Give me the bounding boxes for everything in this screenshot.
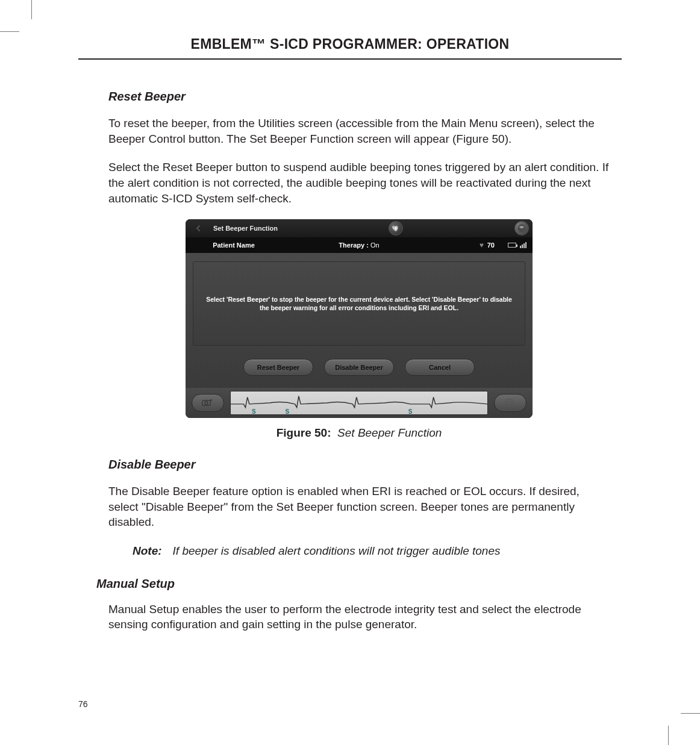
heading-reset-beeper: Reset Beeper <box>108 90 610 104</box>
note-block: Note: If beeper is disabled alert condit… <box>133 543 610 559</box>
menu-icon[interactable] <box>514 221 529 235</box>
device-screenshot: Set Beeper Function Patient Name Therapy… <box>186 219 533 418</box>
svg-rect-3 <box>210 399 212 401</box>
battery-icon <box>508 243 516 248</box>
s-marker: S <box>408 408 413 415</box>
paragraph: Manual Setup enables the user to perform… <box>108 602 610 632</box>
device-titlebar: Set Beeper Function <box>186 219 533 237</box>
back-icon[interactable] <box>189 221 207 235</box>
crop-mark <box>0 31 19 32</box>
paragraph: Select the Reset Beeper button to suspen… <box>108 160 610 206</box>
patient-name-label: Patient Name <box>192 242 276 249</box>
note-text: If beeper is disabled alert conditions w… <box>173 543 610 559</box>
paragraph: The Disable Beeper feature option is ena… <box>108 484 610 530</box>
page-header: EMBLEM™ S-ICD PROGRAMMER: OPERATION <box>78 36 622 58</box>
heading-manual-setup: Manual Setup <box>96 577 610 591</box>
capture-icon[interactable] <box>192 394 224 412</box>
crop-mark <box>668 726 669 745</box>
page-number: 76 <box>78 699 88 709</box>
heart-rate-value: 70 <box>487 242 495 249</box>
reset-beeper-button[interactable]: Reset Beeper <box>243 359 313 376</box>
s-marker: S <box>285 408 289 415</box>
heart-icon: ♥ <box>480 241 484 249</box>
svg-point-2 <box>205 402 208 405</box>
device-status-bar: Patient Name Therapy : On ♥ 70 <box>186 237 533 253</box>
therapy-value: On <box>370 242 380 249</box>
screen-title: Set Beeper Function <box>213 225 278 232</box>
ecg-markers: S S S <box>231 408 487 415</box>
disable-beeper-button[interactable]: Disable Beeper <box>324 359 394 376</box>
paragraph: To reset the beeper, from the Utilities … <box>108 116 610 146</box>
device-footer: S S S <box>186 388 533 418</box>
therapy-status: Therapy : On <box>276 242 442 249</box>
crop-mark <box>31 0 32 19</box>
therapy-label: Therapy : <box>339 242 369 249</box>
s-marker: S <box>252 408 256 415</box>
figure-caption-text: Set Beeper Function <box>337 426 442 439</box>
device-main-panel: Select 'Reset Beeper' to stop the beeper… <box>186 253 533 388</box>
rescue-shock-icon[interactable] <box>389 221 403 235</box>
instruction-text: Select 'Reset Beeper' to stop the beeper… <box>193 261 525 346</box>
cancel-button[interactable]: Cancel <box>405 359 475 376</box>
figure-label: Figure 50: <box>277 426 331 439</box>
signal-icon <box>520 242 527 248</box>
heading-disable-beeper: Disable Beeper <box>108 458 610 472</box>
note-label: Note: <box>133 543 162 559</box>
crop-mark <box>681 713 700 714</box>
header-divider <box>78 58 622 60</box>
ecg-strip: S S S <box>230 391 488 415</box>
figure-caption: Figure 50: Set Beeper Function <box>108 426 610 440</box>
print-icon[interactable] <box>494 394 527 412</box>
